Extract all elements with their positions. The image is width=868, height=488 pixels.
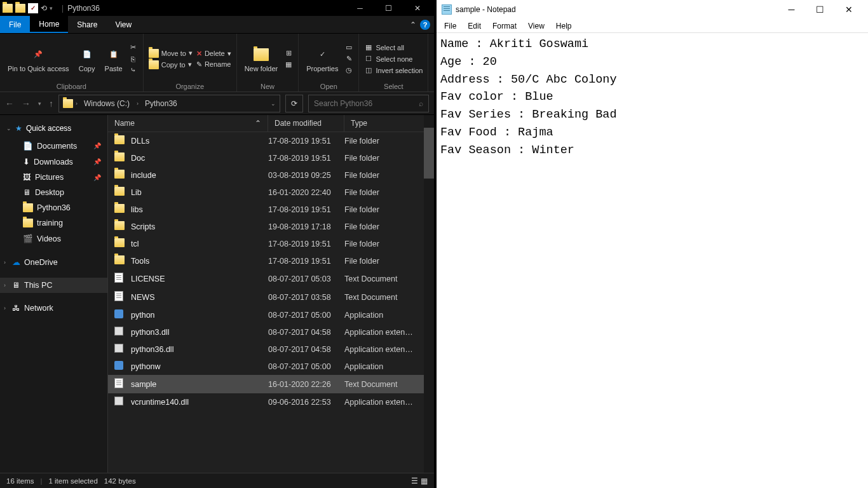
sidebar-onedrive[interactable]: ›☁OneDrive (0, 254, 107, 270)
file-rows[interactable]: DLLs17-08-2019 19:51File folderDoc17-08-… (108, 132, 434, 473)
menu-help[interactable]: Help (551, 20, 577, 32)
search-input[interactable]: Search Python36 ⌕ (308, 95, 429, 112)
file-row[interactable]: Lib16-01-2020 22:40File folder (108, 184, 434, 201)
file-row[interactable]: Tools17-08-2019 19:51File folder (108, 252, 434, 269)
forward-button[interactable]: → (22, 98, 31, 109)
copy-button[interactable]: 📄Copy (76, 44, 98, 74)
tab-file[interactable]: File (0, 16, 30, 33)
sidebar-item[interactable]: 🖥Desktop (0, 185, 107, 200)
status-size: 142 bytes (104, 477, 136, 485)
status-count: 16 items (6, 477, 34, 485)
pin-icon: 📌 (93, 174, 101, 181)
tab-share[interactable]: Share (68, 16, 106, 33)
close-button[interactable]: ✕ (834, 0, 863, 19)
refresh-button[interactable]: ⟳ (285, 95, 303, 112)
file-row[interactable]: include03-08-2019 09:25File folder (108, 166, 434, 184)
file-row[interactable]: python3.dll08-07-2017 04:58Application e… (108, 323, 434, 341)
sidebar-item[interactable]: Python36 (0, 200, 107, 215)
properties-button[interactable]: ✓Properties (304, 44, 341, 74)
copypath-button[interactable]: ⎘ (129, 55, 138, 64)
column-date[interactable]: Date modified (268, 115, 344, 132)
menu-format[interactable]: Format (487, 20, 522, 32)
new-folder-button[interactable]: New folder (242, 44, 281, 74)
minimize-button[interactable]: ─ (777, 0, 806, 19)
invert-selection-button[interactable]: ◫Invert selection (364, 66, 423, 75)
undo-icon[interactable]: ⟲ (41, 4, 47, 13)
breadcrumb-folder[interactable]: Python36 (141, 99, 182, 108)
file-row[interactable]: pythonw08-07-2017 05:00Application (108, 358, 434, 375)
easy-access-button[interactable]: ▦ (284, 60, 293, 69)
moveto-button[interactable]: Move to ▾ (149, 49, 193, 58)
txt-icon (114, 291, 123, 301)
file-row[interactable]: NEWS08-07-2017 03:58Text Document (108, 288, 434, 306)
collapse-ribbon-icon[interactable]: ⌃ (410, 20, 416, 29)
column-type[interactable]: Type (344, 115, 434, 132)
file-row[interactable]: libs17-08-2019 19:51File folder (108, 201, 434, 218)
new-item-button[interactable]: ⊞ (284, 49, 293, 58)
sidebar-item[interactable]: ⬇Downloads📌 (0, 154, 107, 170)
view-large-icon[interactable]: ▦ (421, 477, 428, 485)
notepad-titlebar[interactable]: sample - Notepad ─ ☐ ✕ (437, 0, 868, 19)
file-row[interactable]: vcruntime140.dll09-06-2016 22:53Applicat… (108, 393, 434, 410)
sidebar-item[interactable]: 📄Documents📌 (0, 138, 107, 154)
quick-access-header[interactable]: ⌄ ★ Quick access (0, 119, 107, 138)
star-icon: ★ (15, 124, 22, 133)
status-selected: 1 item selected (48, 477, 97, 485)
sidebar-network[interactable]: ›🖧Network (0, 301, 107, 316)
recent-button[interactable]: ▾ (38, 100, 41, 107)
file-row[interactable]: python08-07-2017 05:00Application (108, 306, 434, 323)
pin-icon: 📌 (93, 142, 101, 149)
file-row[interactable]: python36.dll08-07-2017 04:58Application … (108, 341, 434, 358)
notepad-text-area[interactable]: Name : Akriti Goswami Age : 20 Address :… (437, 33, 868, 488)
tab-view[interactable]: View (106, 16, 140, 33)
sidebar-thispc[interactable]: ›🖥This PC (0, 278, 107, 293)
txt-icon (114, 378, 123, 388)
breadcrumb-drive[interactable]: Windows (C:) (80, 99, 134, 108)
back-button[interactable]: ← (5, 98, 14, 109)
dll-icon (114, 344, 123, 353)
delete-button[interactable]: ✕Delete ▾ (196, 50, 231, 58)
shortcut-button[interactable]: ⤷ (129, 66, 138, 75)
column-name[interactable]: Name⌃ (108, 115, 268, 132)
file-row[interactable]: LICENSE08-07-2017 05:03Text Document (108, 269, 434, 288)
select-none-button[interactable]: ☐Select none (364, 55, 423, 64)
file-row[interactable]: DLLs17-08-2019 19:51File folder (108, 132, 434, 149)
rename-button[interactable]: ✎Rename (196, 60, 231, 69)
edit-button[interactable]: ✎ (344, 55, 353, 64)
copyto-button[interactable]: Copy to ▾ (149, 60, 193, 69)
sidebar-item[interactable]: training (0, 215, 107, 231)
select-all-button[interactable]: ▦Select all (364, 43, 423, 52)
tab-home[interactable]: Home (30, 16, 68, 33)
help-icon[interactable]: ? (420, 20, 430, 30)
cut-button[interactable]: ✂ (129, 43, 138, 52)
maximize-button[interactable]: ☐ (374, 0, 403, 16)
sidebar-item[interactable]: 🖼Pictures📌 (0, 170, 107, 185)
open-button[interactable]: ▭ (344, 43, 353, 52)
file-row[interactable]: Doc17-08-2019 19:51File folder (108, 149, 434, 166)
navigation-bar: ← → ▾ ↑ › Windows (C:) › Python36 ⌄ ⟳ Se… (0, 92, 434, 115)
maximize-button[interactable]: ☐ (806, 0, 834, 19)
menu-view[interactable]: View (523, 20, 550, 32)
up-button[interactable]: ↑ (49, 98, 53, 109)
menu-edit[interactable]: Edit (463, 20, 486, 32)
dropdown-icon[interactable]: ▾ (50, 5, 53, 11)
history-button[interactable]: ◷ (344, 66, 353, 75)
address-dropdown-icon[interactable]: ⌄ (271, 100, 276, 107)
close-button[interactable]: ✕ (403, 0, 431, 16)
menu-file[interactable]: File (439, 20, 461, 32)
view-details-icon[interactable]: ☰ (411, 477, 418, 485)
dll-icon (114, 327, 123, 336)
explorer-titlebar[interactable]: ✓ ⟲ ▾ | Python36 ─ ☐ ✕ (0, 0, 434, 16)
file-row[interactable]: Scripts19-08-2019 17:18File folder (108, 218, 434, 235)
ribbon-group-organize: Move to ▾ Copy to ▾ ✕Delete ▾ ✎Rename Or… (144, 34, 237, 92)
file-row[interactable]: sample16-01-2020 22:26Text Document (108, 375, 434, 393)
address-bar[interactable]: › Windows (C:) › Python36 ⌄ (58, 95, 280, 112)
navigation-pane[interactable]: ⌄ ★ Quick access 📄Documents📌⬇Downloads📌🖼… (0, 115, 108, 473)
file-row[interactable]: tcl17-08-2019 19:51File folder (108, 235, 434, 252)
scrollbar-vertical[interactable] (424, 115, 434, 473)
minimize-button[interactable]: ─ (346, 0, 374, 16)
sidebar-item[interactable]: 🎬Videos (0, 231, 107, 247)
pin-quickaccess-button[interactable]: 📌Pin to Quick access (5, 44, 72, 74)
pin-icon: 📌 (93, 158, 101, 165)
paste-button[interactable]: 📋Paste (102, 44, 125, 74)
